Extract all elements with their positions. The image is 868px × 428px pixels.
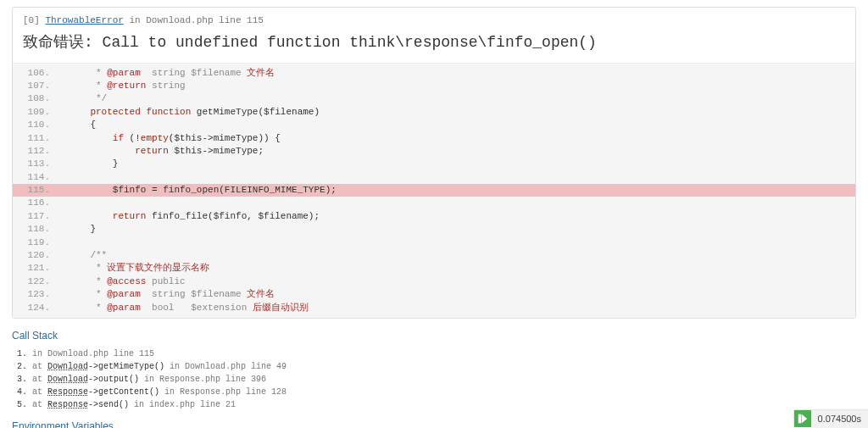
line-number: 114 bbox=[13, 171, 55, 184]
error-card: [0] ThrowableError in Download.php line … bbox=[12, 7, 856, 319]
code-content: } bbox=[68, 158, 855, 170]
code-content: { bbox=[68, 119, 855, 131]
line-number: 108 bbox=[13, 92, 55, 105]
error-title-prefix: 致命错误: bbox=[23, 34, 103, 51]
code-line: 112 return $this->mimeType; bbox=[13, 145, 855, 158]
line-number: 112 bbox=[13, 145, 55, 158]
source-code-block: 106 * @param string $filename 文件名107 * @… bbox=[13, 63, 855, 318]
code-content: return $this->mimeType; bbox=[68, 145, 855, 158]
code-content: * 设置下载文件的显示名称 bbox=[68, 262, 855, 275]
code-content: * @param bool $extension 后缀自动识别 bbox=[68, 302, 855, 314]
line-number: 121 bbox=[13, 262, 55, 275]
code-line: 119 bbox=[13, 236, 855, 249]
line-number: 107 bbox=[13, 80, 55, 92]
code-content: * @return string bbox=[68, 80, 855, 92]
code-line: 109 protected function getMimeType($file… bbox=[13, 106, 855, 119]
line-number: 117 bbox=[13, 210, 55, 223]
code-content: $finfo = finfo_open(FILEINFO_MIME_TYPE); bbox=[68, 184, 855, 197]
code-line: 111 if (!empty($this->mimeType)) { bbox=[13, 132, 855, 145]
thinkphp-logo-icon bbox=[794, 410, 811, 427]
code-line: 113 } bbox=[13, 158, 855, 170]
line-number: 106 bbox=[13, 67, 55, 80]
code-line: 110 { bbox=[13, 119, 855, 131]
line-number: 113 bbox=[13, 158, 55, 170]
error-index: [0] bbox=[23, 15, 40, 25]
code-content: /** bbox=[68, 249, 855, 262]
error-exception-link[interactable]: ThrowableError bbox=[45, 15, 123, 25]
code-line: 117 return finfo_file($finfo, $filename)… bbox=[13, 210, 855, 223]
error-title-msg: Call to undefined function think\respons… bbox=[103, 34, 597, 51]
line-number: 111 bbox=[13, 132, 55, 145]
profiler-badge[interactable]: 0.074500s bbox=[794, 410, 868, 428]
code-line: 123 * @param string $filename 文件名 bbox=[13, 288, 855, 301]
stack-frame: at Download->getMimeType() in Download.p… bbox=[32, 361, 856, 373]
env-vars-title: Environment Variables bbox=[12, 420, 856, 428]
line-number: 118 bbox=[13, 223, 55, 236]
stack-frame: in Download.php line 115 bbox=[32, 348, 856, 360]
call-stack-list: in Download.php line 115at Download->get… bbox=[32, 348, 856, 411]
error-location: [0] ThrowableError in Download.php line … bbox=[23, 14, 845, 27]
code-content: * @param string $filename 文件名 bbox=[68, 67, 855, 80]
line-number: 119 bbox=[13, 236, 55, 249]
code-line: 124 * @param bool $extension 后缀自动识别 bbox=[13, 302, 855, 314]
line-number: 115 bbox=[13, 184, 55, 197]
code-line: 116 bbox=[13, 197, 855, 209]
error-file: Download.php line 115 bbox=[146, 15, 264, 25]
code-line: 121 * 设置下载文件的显示名称 bbox=[13, 262, 855, 275]
code-line: 120 /** bbox=[13, 249, 855, 262]
code-content: return finfo_file($finfo, $filename); bbox=[68, 210, 855, 223]
error-title: 致命错误: Call to undefined function think\r… bbox=[23, 32, 845, 53]
code-line: 118 } bbox=[13, 223, 855, 236]
line-number: 116 bbox=[13, 197, 55, 209]
line-number: 122 bbox=[13, 275, 55, 288]
line-number: 123 bbox=[13, 288, 55, 301]
code-content: * @access public bbox=[68, 275, 855, 288]
line-number: 109 bbox=[13, 106, 55, 119]
line-number: 124 bbox=[13, 302, 55, 314]
code-line: 107 * @return string bbox=[13, 80, 855, 92]
code-content: } bbox=[68, 223, 855, 236]
code-line: 108 */ bbox=[13, 92, 855, 105]
code-line: 114 bbox=[13, 171, 855, 184]
line-number: 110 bbox=[13, 119, 55, 131]
call-stack-title: Call Stack bbox=[12, 329, 856, 343]
code-content: */ bbox=[68, 92, 855, 105]
stack-frame: at Response->send() in index.php line 21 bbox=[32, 399, 856, 411]
code-content: * @param string $filename 文件名 bbox=[68, 288, 855, 301]
code-line: 115 $finfo = finfo_open(FILEINFO_MIME_TY… bbox=[13, 184, 855, 197]
code-content: if (!empty($this->mimeType)) { bbox=[68, 132, 855, 145]
line-number: 120 bbox=[13, 249, 55, 262]
code-line: 122 * @access public bbox=[13, 275, 855, 288]
code-content: protected function getMimeType($filename… bbox=[68, 106, 855, 119]
stack-frame: at Download->output() in Response.php li… bbox=[32, 374, 856, 386]
stack-frame: at Response->getContent() in Response.ph… bbox=[32, 386, 856, 398]
error-in: in bbox=[129, 15, 140, 25]
code-line: 106 * @param string $filename 文件名 bbox=[13, 67, 855, 80]
profiler-time: 0.074500s bbox=[811, 410, 868, 428]
